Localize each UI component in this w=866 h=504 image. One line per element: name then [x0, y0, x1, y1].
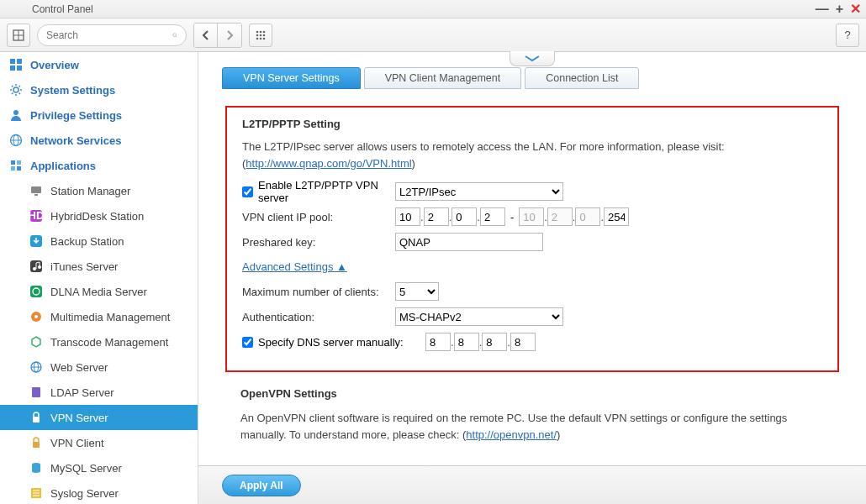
psk-label: Preshared key:: [242, 236, 395, 249]
svg-rect-28: [34, 194, 38, 196]
menu-grid-button[interactable]: [7, 24, 30, 47]
dns-3[interactable]: [482, 333, 507, 351]
svg-rect-42: [32, 387, 40, 397]
openvpn-description: An OpenVPN client software is required o…: [240, 410, 824, 443]
protocol-select[interactable]: L2TP/IPsec: [395, 182, 563, 201]
enable-l2tp-label: Enable L2TP/PPTP VPN server: [258, 179, 395, 204]
svg-rect-25: [11, 166, 15, 171]
maximize-button[interactable]: +: [836, 2, 843, 17]
sidebar-item-multimedia[interactable]: Multimedia Management: [0, 304, 198, 329]
footer-bar: Apply All: [198, 465, 866, 504]
sidebar-item-dlna[interactable]: DLNA Media Server: [0, 279, 198, 304]
sidebar-item-label: Syslog Server: [50, 487, 119, 500]
sidebar-item-label: Backup Station: [50, 235, 124, 248]
hd-icon: HD: [29, 208, 44, 223]
svg-point-8: [256, 34, 259, 36]
sidebar-item-ldap[interactable]: LDAP Server: [0, 380, 198, 405]
sidebar-item-label: DLNA Media Server: [50, 286, 147, 298]
dns-4[interactable]: [510, 333, 536, 351]
enable-l2tp-checkbox[interactable]: [242, 186, 253, 197]
l2tp-description: The L2TP/IPsec server allows users to re…: [242, 139, 822, 171]
collapse-handle[interactable]: [510, 51, 555, 66]
help-button[interactable]: ?: [836, 24, 859, 47]
svg-rect-44: [33, 442, 40, 448]
sidebar-label: Privilege Settings: [30, 109, 122, 122]
sidebar-cat-applications[interactable]: Applications: [0, 153, 198, 178]
dns-label: Specify DNS server manually:: [258, 336, 404, 349]
sidebar-item-webserver[interactable]: Web Server: [0, 354, 198, 380]
max-clients-label: Maximum number of clients:: [242, 286, 395, 298]
sidebar-item-label: Station Manager: [50, 185, 130, 197]
sidebar-item-transcode[interactable]: Transcode Management: [0, 329, 198, 354]
svg-point-33: [33, 267, 36, 270]
dns-2[interactable]: [454, 333, 479, 351]
apply-all-button[interactable]: Apply All: [222, 475, 301, 496]
sidebar-item-itunes[interactable]: iTunes Server: [0, 254, 198, 279]
svg-rect-16: [10, 66, 15, 71]
ip-end-1: [519, 207, 544, 226]
psk-input[interactable]: [395, 233, 543, 251]
svg-point-19: [13, 110, 18, 115]
multimedia-icon: [29, 309, 44, 324]
ip-start-1[interactable]: [395, 207, 420, 226]
nav-forward-button[interactable]: [218, 24, 241, 47]
dns-manual-checkbox[interactable]: [242, 337, 253, 348]
sidebar-cat-network[interactable]: Network Services: [0, 128, 198, 153]
svg-point-34: [38, 265, 41, 269]
ip-start-4[interactable]: [480, 207, 505, 226]
advanced-settings-toggle[interactable]: Advanced Settings ▲: [242, 260, 347, 273]
sidebar-item-vpn-server[interactable]: VPN Server: [0, 405, 198, 430]
close-button[interactable]: ✕: [850, 1, 861, 17]
sidebar-item-label: Web Server: [50, 361, 108, 374]
dns-1[interactable]: [425, 333, 451, 351]
sidebar-item-mysql[interactable]: MySQL Server: [0, 455, 198, 480]
svg-point-38: [34, 315, 38, 318]
sidebar-cat-overview[interactable]: Overview: [0, 52, 198, 77]
itunes-icon: [29, 259, 44, 274]
sidebar-item-label: LDAP Server: [50, 386, 114, 399]
apps-grid-button[interactable]: [249, 24, 272, 47]
ip-pool-label: VPN client IP pool:: [242, 211, 395, 223]
svg-point-6: [260, 30, 262, 33]
sidebar-item-label: VPN Client: [50, 437, 104, 449]
svg-point-12: [260, 37, 262, 39]
sidebar-label: Overview: [30, 59, 79, 71]
svg-point-18: [13, 87, 18, 92]
sidebar-item-vpn-client[interactable]: VPN Client: [0, 430, 198, 455]
nav-back-button[interactable]: [194, 24, 218, 47]
sidebar-cat-privilege[interactable]: Privilege Settings: [0, 102, 198, 128]
chevron-down-icon: [523, 55, 541, 63]
sidebar-item-hybriddesk[interactable]: HDHybridDesk Station: [0, 203, 198, 228]
sidebar-item-label: iTunes Server: [50, 260, 118, 273]
ip-start-3[interactable]: [451, 207, 477, 226]
openvpn-link[interactable]: http://openvpn.net/: [466, 428, 557, 441]
sidebar-label: Network Services: [30, 134, 121, 147]
sidebar-label: Applications: [30, 160, 96, 172]
minimize-button[interactable]: —: [816, 2, 829, 17]
ldap-icon: [29, 385, 44, 400]
sidebar-item-station-manager[interactable]: Station Manager: [0, 178, 198, 203]
ip-start-2[interactable]: [424, 207, 449, 226]
tab-vpn-client-management[interactable]: VPN Client Management: [364, 67, 522, 89]
search-input[interactable]: [46, 29, 172, 41]
svg-point-3: [173, 33, 177, 36]
svg-point-10: [263, 34, 266, 36]
svg-point-9: [260, 34, 262, 36]
openvpn-settings-section: OpenVPN Settings An OpenVPN client softw…: [240, 387, 824, 443]
l2tp-info-link[interactable]: http://www.qnap.com/go/VPN.html: [246, 157, 411, 170]
tab-connection-list[interactable]: Connection List: [525, 67, 639, 89]
sidebar-item-syslog[interactable]: Syslog Server: [0, 480, 198, 504]
svg-rect-23: [11, 160, 15, 165]
svg-point-13: [263, 37, 266, 39]
search-box[interactable]: [37, 24, 187, 46]
max-clients-select[interactable]: 5: [395, 282, 439, 301]
auth-select[interactable]: MS-CHAPv2: [395, 307, 563, 326]
vpn-client-icon: [29, 435, 44, 450]
user-icon: [8, 108, 24, 123]
sidebar-cat-system[interactable]: System Settings: [0, 77, 198, 102]
sidebar-item-backup[interactable]: Backup Station: [0, 228, 198, 254]
ip-end-4[interactable]: [604, 207, 629, 226]
tab-vpn-server-settings[interactable]: VPN Server Settings: [222, 67, 361, 89]
svg-text:HD: HD: [29, 209, 43, 222]
svg-rect-15: [17, 59, 22, 64]
